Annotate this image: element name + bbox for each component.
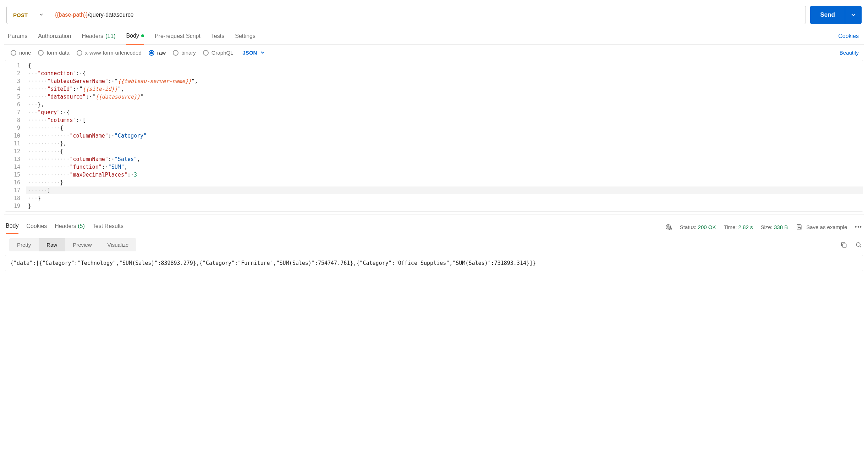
radio-formdata[interactable]: form-data [38, 50, 69, 56]
url-path: /query-datasource [88, 12, 133, 18]
status-code: 200 OK [698, 224, 716, 230]
radio-raw[interactable]: raw [149, 50, 166, 56]
beautify-button[interactable]: Beautify [840, 50, 859, 56]
svg-point-3 [856, 243, 860, 246]
response-body[interactable]: {"data":[{"Category":"Technology","SUM(S… [5, 255, 863, 271]
tab-prerequest[interactable]: Pre-request Script [155, 29, 200, 44]
view-mode-segment: Pretty Raw Preview Visualize [9, 238, 136, 251]
tab-settings[interactable]: Settings [235, 29, 256, 44]
request-tabs: Params Authorization Headers (11) Body P… [4, 27, 864, 45]
url-input[interactable]: {{base-path}}/query-datasource [50, 6, 806, 24]
modified-dot-icon [141, 34, 144, 37]
chevron-down-icon [39, 12, 43, 18]
response-status: Status: 200 OK Time: 2.82 s Size: 338 B [680, 224, 788, 230]
body-type-row: none form-data x-www-form-urlencoded raw… [4, 45, 864, 60]
tab-tests[interactable]: Tests [211, 29, 224, 44]
resp-tab-headers[interactable]: Headers (5) [55, 220, 85, 234]
view-pretty[interactable]: Pretty [9, 238, 39, 251]
method-dropdown[interactable]: POST [7, 6, 50, 24]
send-button[interactable]: Send [810, 6, 862, 24]
chevron-down-icon [260, 50, 265, 56]
tab-body[interactable]: Body [126, 29, 144, 45]
view-preview[interactable]: Preview [65, 238, 99, 251]
radio-binary[interactable]: binary [173, 50, 196, 56]
resp-headers-count: (5) [78, 223, 85, 229]
tab-headers[interactable]: Headers (11) [82, 29, 116, 44]
request-url-row: POST {{base-path}}/query-datasource Send [4, 0, 864, 27]
send-button-label: Send [810, 11, 845, 18]
request-body-editor[interactable]: 12345678910111213141516171819 {···"conne… [5, 60, 863, 212]
content-type-dropdown[interactable]: JSON [243, 50, 265, 56]
resp-tab-body[interactable]: Body [6, 220, 18, 234]
headers-count: (11) [105, 33, 115, 39]
response-size: 338 B [774, 224, 788, 230]
resp-tab-testresults[interactable]: Test Results [93, 220, 123, 234]
radio-none[interactable]: none [11, 50, 31, 56]
resp-tab-cookies[interactable]: Cookies [26, 220, 47, 234]
method-label: POST [13, 12, 28, 18]
view-visualize[interactable]: Visualize [100, 238, 137, 251]
radio-graphql[interactable]: GraphQL [203, 50, 234, 56]
search-icon[interactable] [855, 241, 862, 249]
svg-rect-2 [843, 244, 846, 247]
tab-authorization[interactable]: Authorization [38, 29, 71, 44]
response-view-row: Pretty Raw Preview Visualize [4, 234, 864, 255]
editor-code[interactable]: {···"connection":·{······"tableauServerN… [26, 60, 863, 211]
response-time: 2.82 s [738, 224, 753, 230]
copy-icon[interactable] [840, 241, 847, 249]
radio-urlencoded[interactable]: x-www-form-urlencoded [77, 50, 142, 56]
view-raw[interactable]: Raw [39, 238, 65, 251]
url-box: POST {{base-path}}/query-datasource [6, 6, 806, 24]
editor-gutter: 12345678910111213141516171819 [5, 60, 26, 211]
save-as-example[interactable]: Save as example [796, 223, 847, 230]
more-icon[interactable]: ••• [855, 224, 862, 230]
send-dropdown[interactable] [845, 6, 862, 24]
url-variable: {{base-path}} [55, 12, 88, 18]
response-tabs: Body Cookies Headers (5) Test Results St… [4, 214, 864, 234]
cookies-link[interactable]: Cookies [838, 29, 860, 44]
save-icon [796, 223, 803, 230]
response-body-text: {"data":[{"Category":"Technology","SUM(S… [10, 260, 536, 266]
globe-icon[interactable] [665, 223, 672, 230]
tab-params[interactable]: Params [8, 29, 27, 44]
